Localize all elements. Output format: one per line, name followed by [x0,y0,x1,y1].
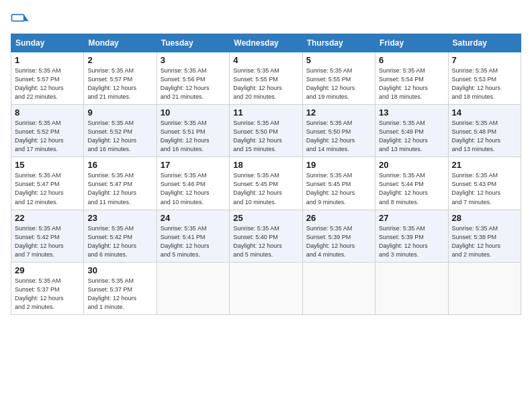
day-number: 14 [452,107,517,118]
weekday-header-friday: Friday [375,34,448,52]
logo-icon [11,11,30,30]
calendar-cell [157,262,229,314]
day-number: 6 [379,55,444,65]
calendar-cell: 11Sunrise: 5:35 AM Sunset: 5:50 PM Dayli… [230,105,302,157]
calendar-cell: 4Sunrise: 5:35 AM Sunset: 5:55 PM Daylig… [230,52,302,105]
calendar-header-row: SundayMondayTuesdayWednesdayThursdayFrid… [11,34,521,52]
day-number: 24 [161,213,226,223]
calendar-cell: 25Sunrise: 5:35 AM Sunset: 5:40 PM Dayli… [230,210,302,262]
calendar-cell: 19Sunrise: 5:35 AM Sunset: 5:45 PM Dayli… [302,157,375,210]
day-number: 9 [87,107,152,118]
day-info: Sunrise: 5:35 AM Sunset: 5:52 PM Dayligh… [15,119,80,154]
calendar-cell: 28Sunrise: 5:35 AM Sunset: 5:38 PM Dayli… [448,210,521,262]
day-number: 26 [306,213,371,223]
day-info: Sunrise: 5:35 AM Sunset: 5:57 PM Dayligh… [15,66,80,101]
day-info: Sunrise: 5:35 AM Sunset: 5:56 PM Dayligh… [161,66,226,101]
calendar-cell: 7Sunrise: 5:35 AM Sunset: 5:53 PM Daylig… [448,52,521,105]
week-row-5: 29Sunrise: 5:35 AM Sunset: 5:37 PM Dayli… [11,262,521,314]
weekday-header-thursday: Thursday [302,34,375,52]
calendar-cell [230,262,302,314]
weekday-header-wednesday: Wednesday [230,34,302,52]
day-number: 25 [233,213,298,223]
day-number: 29 [15,265,80,275]
day-number: 16 [87,160,152,170]
day-number: 15 [15,160,80,170]
week-row-4: 22Sunrise: 5:35 AM Sunset: 5:42 PM Dayli… [11,210,521,262]
calendar-cell: 12Sunrise: 5:35 AM Sunset: 5:50 PM Dayli… [302,105,375,157]
calendar-cell: 3Sunrise: 5:35 AM Sunset: 5:56 PM Daylig… [157,52,229,105]
day-info: Sunrise: 5:35 AM Sunset: 5:48 PM Dayligh… [452,119,517,154]
day-info: Sunrise: 5:35 AM Sunset: 5:43 PM Dayligh… [452,171,517,206]
day-info: Sunrise: 5:35 AM Sunset: 5:50 PM Dayligh… [233,119,298,154]
day-number: 30 [87,265,152,275]
day-info: Sunrise: 5:35 AM Sunset: 5:49 PM Dayligh… [379,119,444,154]
weekday-header-tuesday: Tuesday [157,34,229,52]
day-number: 13 [379,107,444,118]
calendar-table: SundayMondayTuesdayWednesdayThursdayFrid… [11,34,521,315]
day-info: Sunrise: 5:35 AM Sunset: 5:45 PM Dayligh… [306,171,371,206]
day-info: Sunrise: 5:35 AM Sunset: 5:39 PM Dayligh… [379,224,444,259]
day-number: 1 [15,55,80,65]
calendar-cell: 9Sunrise: 5:35 AM Sunset: 5:52 PM Daylig… [84,105,157,157]
day-number: 28 [452,213,517,223]
calendar-cell: 5Sunrise: 5:35 AM Sunset: 5:55 PM Daylig… [302,52,375,105]
calendar-cell [448,262,521,314]
weekday-header-monday: Monday [84,34,157,52]
day-number: 20 [379,160,444,170]
calendar-cell: 18Sunrise: 5:35 AM Sunset: 5:45 PM Dayli… [230,157,302,210]
calendar-cell: 10Sunrise: 5:35 AM Sunset: 5:51 PM Dayli… [157,105,229,157]
calendar-cell [302,262,375,314]
header [11,11,521,30]
day-number: 7 [452,55,517,65]
day-info: Sunrise: 5:35 AM Sunset: 5:55 PM Dayligh… [306,66,371,101]
calendar-cell: 20Sunrise: 5:35 AM Sunset: 5:44 PM Dayli… [375,157,448,210]
day-number: 8 [15,107,80,118]
calendar-cell: 1Sunrise: 5:35 AM Sunset: 5:57 PM Daylig… [11,52,84,105]
day-number: 11 [233,107,298,118]
calendar-cell: 17Sunrise: 5:35 AM Sunset: 5:46 PM Dayli… [157,157,229,210]
day-number: 22 [15,213,80,223]
calendar-cell: 6Sunrise: 5:35 AM Sunset: 5:54 PM Daylig… [375,52,448,105]
day-number: 12 [306,107,371,118]
day-number: 2 [87,55,152,65]
day-info: Sunrise: 5:35 AM Sunset: 5:38 PM Dayligh… [452,224,517,259]
weekday-header-saturday: Saturday [448,34,521,52]
calendar-cell: 2Sunrise: 5:35 AM Sunset: 5:57 PM Daylig… [84,52,157,105]
calendar-cell: 21Sunrise: 5:35 AM Sunset: 5:43 PM Dayli… [448,157,521,210]
day-number: 5 [306,55,371,65]
day-info: Sunrise: 5:35 AM Sunset: 5:52 PM Dayligh… [87,119,152,154]
calendar-cell: 15Sunrise: 5:35 AM Sunset: 5:47 PM Dayli… [11,157,84,210]
day-info: Sunrise: 5:35 AM Sunset: 5:42 PM Dayligh… [87,224,152,259]
day-info: Sunrise: 5:35 AM Sunset: 5:41 PM Dayligh… [161,224,226,259]
day-info: Sunrise: 5:35 AM Sunset: 5:50 PM Dayligh… [306,119,371,154]
day-number: 4 [233,55,298,65]
day-info: Sunrise: 5:35 AM Sunset: 5:57 PM Dayligh… [87,66,152,101]
calendar-cell: 26Sunrise: 5:35 AM Sunset: 5:39 PM Dayli… [302,210,375,262]
calendar-cell: 24Sunrise: 5:35 AM Sunset: 5:41 PM Dayli… [157,210,229,262]
day-info: Sunrise: 5:35 AM Sunset: 5:39 PM Dayligh… [306,224,371,259]
day-info: Sunrise: 5:35 AM Sunset: 5:40 PM Dayligh… [233,224,298,259]
day-info: Sunrise: 5:35 AM Sunset: 5:37 PM Dayligh… [87,277,152,312]
day-number: 18 [233,160,298,170]
week-row-2: 8Sunrise: 5:35 AM Sunset: 5:52 PM Daylig… [11,105,521,157]
calendar-cell [375,262,448,314]
day-info: Sunrise: 5:35 AM Sunset: 5:53 PM Dayligh… [452,66,517,101]
calendar-cell: 13Sunrise: 5:35 AM Sunset: 5:49 PM Dayli… [375,105,448,157]
calendar-cell: 29Sunrise: 5:35 AM Sunset: 5:37 PM Dayli… [11,262,84,314]
calendar-cell: 8Sunrise: 5:35 AM Sunset: 5:52 PM Daylig… [11,105,84,157]
logo [11,11,32,30]
calendar-cell: 27Sunrise: 5:35 AM Sunset: 5:39 PM Dayli… [375,210,448,262]
day-info: Sunrise: 5:35 AM Sunset: 5:51 PM Dayligh… [161,119,226,154]
day-number: 27 [379,213,444,223]
day-info: Sunrise: 5:35 AM Sunset: 5:42 PM Dayligh… [15,224,80,259]
day-number: 3 [161,55,226,65]
day-number: 19 [306,160,371,170]
week-row-1: 1Sunrise: 5:35 AM Sunset: 5:57 PM Daylig… [11,52,521,105]
day-number: 17 [161,160,226,170]
day-info: Sunrise: 5:35 AM Sunset: 5:47 PM Dayligh… [15,171,80,206]
day-info: Sunrise: 5:35 AM Sunset: 5:37 PM Dayligh… [15,277,80,312]
day-number: 23 [87,213,152,223]
day-info: Sunrise: 5:35 AM Sunset: 5:45 PM Dayligh… [233,171,298,206]
calendar-cell: 14Sunrise: 5:35 AM Sunset: 5:48 PM Dayli… [448,105,521,157]
day-info: Sunrise: 5:35 AM Sunset: 5:46 PM Dayligh… [161,171,226,206]
